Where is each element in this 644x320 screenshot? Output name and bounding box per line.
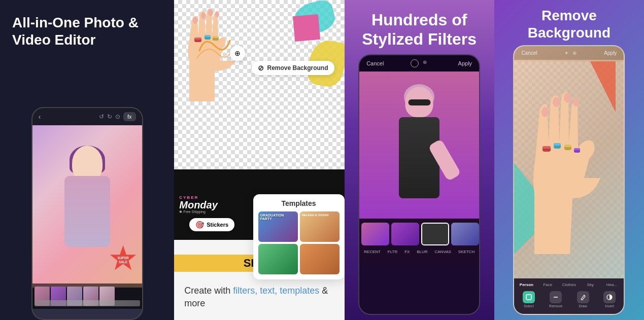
wand-icon: ✦ [411, 59, 419, 67]
timeline-strip [32, 283, 142, 309]
cat-tab-head: Hea... [601, 281, 622, 288]
draw-label: Draw [579, 304, 587, 308]
stack-icon-4: ⊕ [572, 50, 577, 56]
svg-rect-27 [526, 295, 531, 300]
svg-marker-13 [590, 61, 616, 112]
phone-header-icons-3: ✦ ⊕ [411, 59, 431, 67]
phone-mockup-4: Cancel ✦ ⊕ Apply [513, 45, 625, 315]
remove-label: Remove [549, 304, 562, 308]
filter-strip: RECENT FLTR FX BLUR CANVAS SKETCH [359, 219, 479, 264]
svg-text:SUPER: SUPER [117, 256, 128, 260]
cancel-button-3: Cancel [366, 60, 384, 66]
filter-thumbs [359, 219, 479, 247]
fx-badge: fx [123, 112, 136, 121]
panel-filters: Hundreds ofStylized Filters Cancel ✦ ⊕ A… [345, 0, 494, 320]
template-thumb-2: HELENA & SUSAN [300, 211, 340, 242]
cat-tab-face: Face [537, 281, 558, 288]
action-tab-remove: Remove [549, 291, 562, 308]
perf-body [399, 117, 439, 198]
squiggle-decoration [194, 30, 235, 71]
monday-label: Monday [179, 200, 218, 210]
svg-rect-18 [554, 143, 561, 146]
templates-grid: GRADUATION PARTY HELENA & SUSAN [258, 211, 340, 274]
svg-rect-22 [574, 148, 580, 150]
svg-point-10 [201, 12, 206, 19]
action-tabs: Select Remove Draw [514, 289, 624, 310]
stickers-badge: 🎯 Stickers [189, 218, 234, 231]
filter-thumb-fltr [391, 223, 419, 245]
svg-text:SALE: SALE [119, 260, 128, 264]
performer-figure [384, 82, 455, 234]
shipping-label: ✱ Free Shipping [179, 210, 218, 214]
filter-thumb-recent [361, 223, 389, 245]
svg-point-26 [573, 97, 579, 106]
templates-panel: Templates GRADUATION PARTY HELENA & SUSA… [253, 194, 345, 279]
draw-icon [577, 291, 589, 303]
sale-badge: SUPER SALE [109, 244, 137, 272]
cancel-button-4: Cancel [521, 50, 537, 56]
action-tab-select: Select [523, 291, 535, 308]
waveform [35, 300, 140, 306]
filter-label-recent: RECENT [364, 250, 381, 254]
svg-rect-20 [564, 145, 571, 147]
stickers-label: Stickers [207, 222, 228, 228]
select-icon [523, 291, 535, 303]
apply-button-4: Apply [604, 50, 617, 56]
filter-labels: RECENT FLTR FX BLUR CANVAS SKETCH [359, 250, 479, 257]
svg-point-24 [553, 97, 560, 107]
panel2-content: ⊕ Remove Background 🎯 Stickers CYBER Mon… [174, 0, 344, 320]
remove-icon [550, 291, 562, 303]
filter-label-fltr: FLTR [388, 250, 397, 254]
panel-remove-bg: Remove Background Cancel ✦ ⊕ Apply [494, 0, 644, 320]
svg-rect-16 [543, 146, 551, 149]
invert-icon [603, 291, 616, 303]
stack-icon: ⊕ [423, 59, 431, 67]
phone-header-icons-4: ✦ ⊕ [564, 50, 577, 56]
panel-video-editor: All-in-One Photo & Video Editor ‹ ↺ ↻ ⊙ … [0, 0, 174, 320]
cat-tab-clothes: Clothes [559, 281, 579, 288]
cat-tab-sky: Sky [580, 281, 600, 288]
cyber-monday-left: CYBER Monday ✱ Free Shipping [179, 195, 218, 214]
remove-bg-badge: Remove Background [252, 61, 334, 75]
invert-label: Invert [605, 304, 614, 308]
remove-bg-text: Remove Background [267, 64, 328, 72]
action-tab-draw: Draw [577, 291, 589, 308]
filter-thumb-fx [421, 223, 449, 245]
svg-point-9 [193, 17, 198, 24]
bottom-controls-4: Person Face Clothes Sky Hea... Select [514, 278, 624, 314]
top-bar-icons: ↺ ↻ ⊙ fx [99, 112, 136, 121]
svg-point-23 [541, 107, 549, 117]
panel-1-headline: All-in-One Photo & Video Editor [12, 14, 162, 48]
wand-icon-4: ✦ [564, 50, 568, 56]
model-photo-area: SUPER SALE [32, 125, 142, 288]
hand-large [514, 61, 624, 278]
panel-templates: ⊕ Remove Background 🎯 Stickers CYBER Mon… [174, 0, 344, 320]
model-body [64, 176, 110, 247]
perf-arm [428, 138, 461, 181]
phone-top-bar-1: ‹ ↺ ↻ ⊙ fx [32, 108, 142, 125]
sunglasses [408, 99, 430, 105]
template-thumb-1: GRADUATION PARTY [258, 211, 298, 242]
cat-tab-person: Person [516, 281, 536, 288]
filter-label-sketch: SKETCH [458, 250, 474, 254]
phone-header-4: Cancel ✦ ⊕ Apply [514, 46, 624, 60]
performer-area: RECENT FLTR FX BLUR CANVAS SKETCH [359, 72, 479, 264]
svg-point-25 [564, 93, 571, 103]
svg-point-12 [215, 11, 219, 17]
action-tab-invert: Invert [603, 291, 616, 308]
filter-label-blur: BLUR [417, 250, 427, 254]
pink-rect [292, 14, 320, 42]
category-tabs: Person Face Clothes Sky Hea... [514, 278, 624, 289]
phone-header-3: Cancel ✦ ⊕ Apply [359, 55, 479, 72]
select-label: Select [524, 304, 533, 308]
template-thumb-4 [300, 244, 340, 274]
apply-button-3: Apply [458, 60, 472, 66]
template-thumb-3 [258, 244, 298, 274]
phone-mockup-1: ‹ ↺ ↻ ⊙ fx Effects [31, 107, 143, 320]
filter-label-canvas: CANVAS [435, 250, 451, 254]
svg-point-11 [208, 9, 213, 16]
templates-title: Templates [258, 199, 340, 207]
panel-3-headline: Hundreds ofStylized Filters [352, 0, 487, 54]
filter-thumb-blur [451, 223, 479, 245]
filter-label-fx: FX [404, 250, 410, 254]
